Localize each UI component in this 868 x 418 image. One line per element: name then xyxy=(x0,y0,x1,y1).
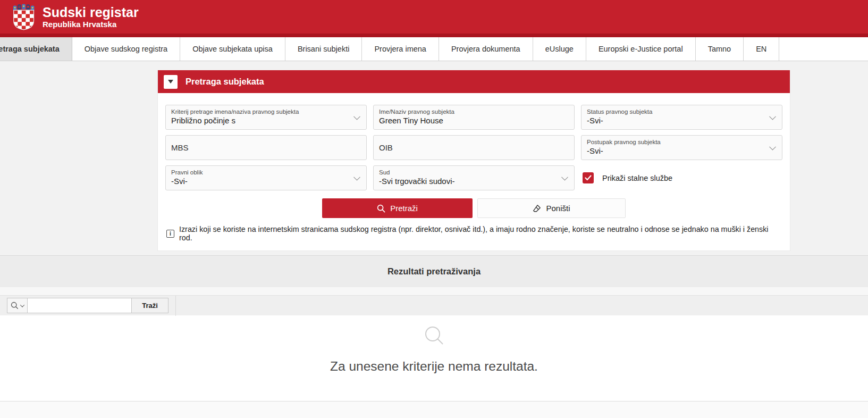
empty-results-message: Za unesene kriterije nema rezultata. xyxy=(330,359,538,374)
empty-search-icon xyxy=(423,324,446,347)
search-form: Kriterij pretrage imena/naziva pravnog s… xyxy=(158,93,790,190)
tab-label: Objave sudskog registra xyxy=(85,45,167,53)
tab-europski-ejustice-portal[interactable]: Europski e-Justice portal xyxy=(586,37,696,61)
tab-brisani-subjekti[interactable]: Brisani subjekti xyxy=(285,37,363,61)
sud-label: Sud xyxy=(379,169,558,175)
tab-label: Europski e-Justice portal xyxy=(599,45,683,53)
tab-label: Brisani subjekti xyxy=(298,45,350,53)
search-panel-header: Pretraga subjekata xyxy=(158,70,790,93)
criteria-label: Kriterij pretrage imena/naziva pravnog s… xyxy=(171,108,350,115)
postupak-value: -Svi- xyxy=(587,146,766,155)
footer-strip xyxy=(0,401,868,418)
status-value: -Svi- xyxy=(587,116,766,125)
tab-objave-subjekata-upisa[interactable]: Objave subjekata upisa xyxy=(180,37,285,61)
croatia-coat-of-arms-logo xyxy=(12,4,37,30)
info-note-text: Izrazi koji se koriste na internetskim s… xyxy=(179,225,781,242)
reset-button-label: Poništi xyxy=(546,204,570,213)
tab-label: Pretraga subjekata xyxy=(0,45,60,53)
reset-button[interactable]: Poništi xyxy=(477,198,626,218)
name-input[interactable] xyxy=(379,116,558,125)
mbs-field[interactable] xyxy=(165,135,367,160)
criteria-select[interactable]: Kriterij pretrage imena/naziva pravnog s… xyxy=(165,105,367,130)
chevron-down-icon xyxy=(20,303,24,307)
tab-label: Objave subjekata upisa xyxy=(192,45,273,53)
results-search-group: Traži xyxy=(7,298,168,313)
mbs-input[interactable] xyxy=(171,143,350,152)
form-actions: Pretraži Poništi xyxy=(158,198,790,218)
tab-label: Provjera dokumenta xyxy=(451,45,520,53)
theme-toggle-tamno[interactable]: Tamno xyxy=(696,37,744,61)
tab-label: Tamno xyxy=(708,45,731,53)
app-header: Sudski registar Republika Hrvatska xyxy=(0,0,868,34)
show-services-label: Prikaži stalne službe xyxy=(602,174,672,182)
search-panel-title: Pretraga subjekata xyxy=(186,77,264,87)
tab-eusluge[interactable]: eUsluge xyxy=(533,37,586,61)
tab-pretraga-subjekata[interactable]: Pretraga subjekata xyxy=(0,37,72,61)
tab-label: EN xyxy=(756,45,766,53)
pravni-oblik-select[interactable]: Pravni oblik -Svi- xyxy=(165,165,367,190)
app-subtitle: Republika Hrvatska xyxy=(43,20,139,29)
results-search-button[interactable]: Traži xyxy=(132,298,168,313)
chevron-down-icon xyxy=(353,113,360,120)
criteria-value: Približno počinje s xyxy=(171,116,350,125)
search-panel-card: Pretraga subjekata Kriterij pretrage ime… xyxy=(157,70,790,251)
tab-label: Provjera imena xyxy=(374,45,426,53)
sud-value: -Svi trgovački sudovi- xyxy=(379,177,558,186)
tab-provjera-imena[interactable]: Provjera imena xyxy=(362,37,439,61)
search-icon xyxy=(377,204,385,213)
postupak-label: Postupak pravnog subjekta xyxy=(587,139,766,145)
search-button[interactable]: Pretraži xyxy=(322,198,473,218)
language-toggle-en[interactable]: EN xyxy=(744,37,779,61)
status-select[interactable]: Status pravnog subjekta -Svi- xyxy=(581,105,782,130)
results-header-band: Rezultati pretraživanja xyxy=(0,255,868,287)
main-navigation: Pretraga subjekata Objave sudskog regist… xyxy=(0,37,868,61)
tab-label: eUsluge xyxy=(545,45,574,53)
results-search-button-label: Traži xyxy=(142,302,158,310)
show-services-cell: Prikaži stalne službe xyxy=(581,165,782,190)
header-titles: Sudski registar Republika Hrvatska xyxy=(43,5,139,29)
chevron-down-icon xyxy=(769,143,776,150)
results-filter-input[interactable] xyxy=(28,298,132,313)
checkmark-icon xyxy=(585,175,592,181)
chevron-down-icon xyxy=(561,173,568,180)
info-icon: i xyxy=(166,230,174,238)
header-accent-strip xyxy=(0,34,868,37)
pravni-oblik-label: Pravni oblik xyxy=(171,169,350,175)
results-gap xyxy=(0,287,868,295)
status-label: Status pravnog subjekta xyxy=(587,108,766,115)
app-title: Sudski registar xyxy=(43,5,139,20)
triangle-down-icon xyxy=(168,80,173,83)
name-label: Ime/Naziv pravnog subjekta xyxy=(379,108,558,115)
postupak-select[interactable]: Postupak pravnog subjekta -Svi- xyxy=(581,135,782,160)
name-field[interactable]: Ime/Naziv pravnog subjekta xyxy=(373,105,575,130)
crown-shields xyxy=(13,4,35,11)
results-toolbar: Traži xyxy=(0,295,868,315)
tab-objave-sudskog-registra[interactable]: Objave sudskog registra xyxy=(72,37,180,61)
eraser-icon xyxy=(533,204,541,213)
pravni-oblik-value: -Svi- xyxy=(171,177,350,186)
toolbar-divider xyxy=(175,296,176,316)
chevron-down-icon xyxy=(353,173,360,180)
search-icon xyxy=(11,302,19,310)
sud-select[interactable]: Sud -Svi trgovački sudovi- xyxy=(373,165,575,190)
tab-provjera-dokumenta[interactable]: Provjera dokumenta xyxy=(439,37,533,61)
show-services-checkbox[interactable] xyxy=(583,172,594,183)
oib-input[interactable] xyxy=(379,143,558,152)
oib-field[interactable] xyxy=(373,135,575,160)
results-empty-state: Za unesene kriterije nema rezultata. xyxy=(0,315,868,401)
collapse-panel-button[interactable] xyxy=(164,75,178,89)
gender-neutral-note: i Izrazi koji se koriste na internetskim… xyxy=(166,225,781,250)
search-button-label: Pretraži xyxy=(390,204,418,213)
search-scope-dropdown[interactable] xyxy=(7,298,28,313)
chevron-down-icon xyxy=(769,113,776,120)
results-title: Rezultati pretraživanja xyxy=(387,266,481,277)
